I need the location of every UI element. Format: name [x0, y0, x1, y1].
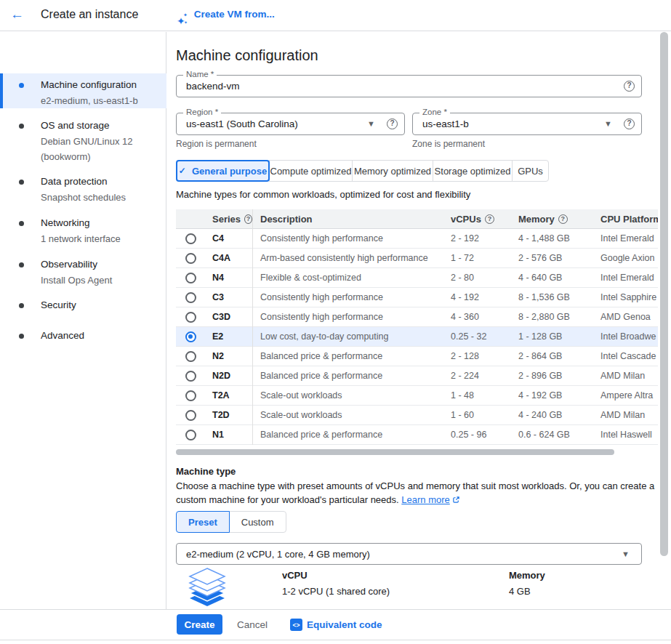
tab-general-purpose[interactable]: ✓General purpose	[176, 160, 270, 182]
sidebar-step-dot-icon	[19, 221, 24, 226]
sidebar-item-sublabel: Install Ops Agent	[41, 274, 112, 287]
series-cell: C4	[205, 233, 252, 243]
sidebar-item-security[interactable]: Security	[41, 299, 76, 312]
table-row-n2[interactable]: N2Balanced price & performance2 - 1282 -…	[176, 347, 658, 366]
vcpus-cell: 2 - 192	[443, 233, 511, 243]
chevron-down-icon: ▼	[622, 550, 630, 558]
zone-helper-text: Zone is permanent	[412, 139, 485, 149]
custom-toggle-button[interactable]: Custom	[229, 511, 286, 533]
col-header-description: Description	[252, 209, 443, 229]
sidebar-item-observability[interactable]: Observability	[41, 258, 97, 271]
series-cell: N2D	[205, 371, 252, 381]
vcpus-cell: 4 - 192	[443, 292, 511, 302]
region-field-label: Region *	[183, 108, 221, 116]
equivalent-code-label: Equivalent code	[307, 619, 382, 630]
memory-cell: 2 - 864 GB	[511, 351, 593, 361]
memory-cell: 4 - 192 GB	[511, 390, 593, 401]
tab-storage-optimized[interactable]: Storage optimized	[433, 160, 513, 182]
series-help-icon[interactable]: ?	[244, 214, 252, 224]
sidebar-item-sublabel: 1 network interface	[41, 233, 121, 246]
description-cell: Scale-out workloads	[252, 386, 443, 406]
memory-cell: 4 - 640 GB	[511, 273, 593, 283]
series-radio-n4[interactable]	[185, 273, 196, 283]
series-radio-c3d[interactable]	[185, 312, 196, 323]
vcpus-cell: 1 - 72	[443, 253, 511, 263]
description-cell: Low cost, day-to-day computing	[252, 327, 443, 347]
back-arrow-icon[interactable]: ←	[10, 7, 24, 23]
cancel-button[interactable]: Cancel	[230, 614, 275, 635]
series-radio-n2[interactable]	[185, 351, 196, 362]
cpu-platform-cell: Intel Broadwe	[593, 331, 658, 342]
code-icon: <>	[290, 619, 302, 631]
machine-type-dropdown[interactable]: e2-medium (2 vCPU, 1 core, 4 GB memory) …	[176, 543, 642, 565]
sidebar-item-networking[interactable]: Networking	[41, 217, 90, 230]
series-radio-t2a[interactable]	[185, 390, 196, 401]
memory-cell: 2 - 576 GB	[511, 253, 593, 263]
name-help-icon[interactable]: ?	[624, 81, 635, 92]
header: ← Create an instance ✦✦✦ Create VM from.…	[0, 0, 671, 31]
series-radio-n2d[interactable]	[185, 371, 196, 382]
series-radio-t2d[interactable]	[185, 410, 196, 421]
tab-label: Memory optimized	[354, 166, 431, 177]
table-row-n4[interactable]: N4Flexible & cost-optimized2 - 804 - 640…	[176, 268, 658, 288]
tab-label: Storage optimized	[435, 166, 511, 177]
series-cell: C4A	[205, 253, 252, 263]
memory-cell: 4 - 240 GB	[511, 410, 593, 420]
region-field-value: us-east1 (South Carolina)	[186, 118, 298, 129]
create-vm-from-label: Create VM from...	[194, 9, 275, 20]
table-row-n2d[interactable]: N2DBalanced price & performance2 - 2242 …	[176, 366, 658, 386]
preset-toggle-button[interactable]: Preset	[176, 511, 230, 533]
tab-gpus[interactable]: GPUs	[512, 160, 549, 182]
cpu-platform-cell: Intel Sapphire	[593, 292, 658, 302]
machine-series-table: Series? Description vCPUs? Memory? CPU P…	[176, 209, 658, 445]
series-cell: N2	[205, 351, 252, 361]
sidebar-item-os-and-storage[interactable]: OS and storage	[41, 119, 110, 132]
table-row-n1[interactable]: N1Balanced price & performance0.25 - 960…	[176, 425, 658, 445]
region-help-icon[interactable]: ?	[387, 118, 398, 129]
create-vm-from-link[interactable]: ✦✦✦ Create VM from...	[177, 9, 275, 20]
memory-help-icon[interactable]: ?	[558, 214, 568, 224]
sidebar-item-machine-configuration[interactable]: Machine configuration	[41, 79, 137, 92]
series-radio-n1[interactable]	[185, 430, 196, 440]
series-radio-e2[interactable]	[185, 331, 196, 342]
vertical-scrollbar[interactable]	[660, 32, 668, 556]
memory-cell: 0.6 - 624 GB	[511, 430, 593, 440]
region-select[interactable]: Region * us-east1 (South Carolina) ▼ ?	[176, 113, 405, 135]
memory-cell: 1 - 128 GB	[511, 331, 593, 342]
series-radio-c4[interactable]	[185, 233, 196, 244]
sidebar-item-data-protection[interactable]: Data protection	[41, 175, 108, 188]
cpu-platform-cell: Intel Haswell	[593, 430, 658, 440]
tab-compute-optimized[interactable]: Compute optimized	[269, 160, 353, 182]
series-radio-c3[interactable]	[185, 292, 196, 303]
table-row-e2[interactable]: E2Low cost, day-to-day computing0.25 - 3…	[176, 327, 658, 347]
tab-memory-optimized[interactable]: Memory optimized	[352, 160, 433, 182]
table-row-c4[interactable]: C4Consistently high performance2 - 1924 …	[176, 229, 658, 249]
memory-cell: 8 - 2,880 GB	[511, 312, 593, 322]
cpu-platform-cell: Ampere Altra	[593, 390, 658, 401]
table-row-c3[interactable]: C3Consistently high performance4 - 1928 …	[176, 288, 658, 307]
equivalent-code-link[interactable]: <> Equivalent code	[290, 619, 382, 631]
zone-select[interactable]: Zone * us-east1-b ▼ ?	[412, 113, 642, 135]
sidebar-step-dot-icon	[19, 303, 24, 308]
name-field[interactable]: Name * backend-vm ?	[176, 75, 642, 97]
series-radio-c4a[interactable]	[185, 253, 196, 264]
sidebar-item-advanced[interactable]: Advanced	[41, 329, 84, 342]
table-row-t2d[interactable]: T2DScale-out workloads1 - 604 - 240 GBAM…	[176, 406, 658, 425]
series-cell: T2A	[205, 390, 252, 401]
vcpus-cell: 4 - 360	[443, 312, 511, 322]
vcpus-help-icon[interactable]: ?	[485, 214, 494, 224]
table-row-t2a[interactable]: T2AScale-out workloads1 - 484 - 192 GBAm…	[176, 386, 658, 406]
create-button[interactable]: Create	[177, 614, 222, 635]
name-field-label: Name *	[183, 70, 217, 79]
learn-more-link[interactable]: Learn more	[401, 494, 449, 505]
name-field-value: backend-vm	[186, 81, 240, 92]
machine-type-dropdown-value: e2-medium (2 vCPU, 1 core, 4 GB memory)	[186, 549, 370, 560]
zone-help-icon[interactable]: ?	[624, 118, 635, 129]
table-row-c4a[interactable]: C4AArm-based consistently high performan…	[176, 249, 658, 268]
memory-cell: 8 - 1,536 GB	[511, 292, 593, 302]
vcpus-cell: 0.25 - 96	[443, 430, 511, 440]
machine-layers-icon	[186, 567, 228, 610]
table-horizontal-scrollbar[interactable]	[176, 449, 614, 455]
machine-type-heading: Machine type	[176, 466, 236, 477]
table-row-c3d[interactable]: C3DConsistently high performance4 - 3608…	[176, 307, 658, 327]
